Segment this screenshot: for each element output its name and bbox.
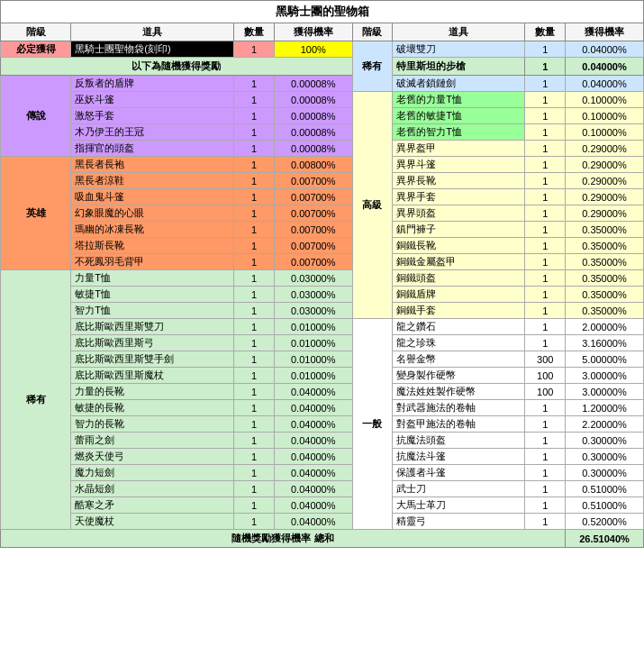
rare-item-2: 敏捷T恤 [71,287,234,303]
hero-item-2: 黑長者涼鞋 [71,173,234,189]
common-item-9: 抗魔法斗篷 [393,449,525,465]
common-rate-12: 0.51000% [565,497,643,514]
rare-rate-10: 0.04000% [274,416,352,433]
rare-left-tier: 稀有 [1,270,71,530]
common-item-4: 變身製作硬幣 [393,368,525,384]
high-rate-7: 0.29000% [565,189,643,205]
common-qty-8: 1 [525,433,566,449]
hero-row-3: 吸血鬼斗篷 1 0.00700% 異界手套 1 0.29000% [1,189,644,205]
legend-item-4: 木乃伊王的王冠 [71,124,234,141]
rare-item-4: 底比斯歐西里斯雙刀 [71,319,234,335]
rare-qty-10: 1 [234,416,275,433]
rare-right-qty-3: 1 [525,76,566,92]
rare-row-2: 敏捷T恤 1 0.03000% 銅鐵盾牌 1 0.35000% [1,287,644,303]
hero-row-6: 塔拉斯長靴 1 0.00700% 銅鐵長靴 1 0.35000% [1,238,644,254]
total-value: 26.51040% [565,530,643,548]
rare-row-9: 敏捷的長靴 1 0.04000% 對武器施法的卷軸 1 1.20000% [1,400,644,416]
common-item-2: 龍之珍珠 [393,335,525,351]
mandatory-row: 必定獲得 黑騎士團聖物袋(刻印) 1 100% 稀有 破壞雙刀 1 0.0400… [1,41,644,58]
rare-row-13: 魔力短劍 1 0.04000% 保護者斗篷 1 0.30000% [1,465,644,481]
common-qty-9: 1 [525,449,566,465]
rare-qty-14: 1 [234,481,275,497]
rare-rate-4: 0.01000% [274,319,352,335]
high-item-9: 鎮門褲子 [393,222,525,238]
rare-qty-16: 1 [234,514,275,530]
rare-rate-14: 0.04000% [274,481,352,497]
common-rate-1: 2.00000% [565,319,643,335]
common-item-10: 保護者斗篷 [393,465,525,481]
common-rate-7: 2.20000% [565,416,643,433]
common-rate-11: 0.51000% [565,481,643,497]
rare-row-14: 水晶短劍 1 0.04000% 武士刀 1 0.51000% [1,481,644,497]
common-item-7: 對盔甲施法的卷軸 [393,416,525,433]
hero-row-1: 英雄 黑長者長袍 1 0.00800% 異界斗篷 1 0.29000% [1,157,644,173]
common-qty-4: 100 [525,368,566,384]
rare-right-rate-1: 0.04000% [565,41,643,58]
rare-item-15: 酷寒之矛 [71,497,234,514]
rare-qty-6: 1 [234,351,275,368]
common-rate-10: 0.30000% [565,465,643,481]
hero-rate-1: 0.00800% [274,157,352,173]
hero-qty-1: 1 [234,157,275,173]
hero-item-4: 幻象眼魔的心眼 [71,205,234,222]
rare-right-qty-2: 1 [525,58,566,76]
hero-row-7: 不死鳳羽毛背甲 1 0.00700% 銅鐵金屬盔甲 1 0.35000% [1,254,644,270]
high-item-10: 銅鐵長靴 [393,238,525,254]
col-rate-right: 獲得機率 [565,23,643,41]
high-qty-1: 1 [525,92,566,108]
common-rate-2: 3.16000% [565,335,643,351]
rare-qty-13: 1 [234,465,275,481]
rare-item-16: 天使魔杖 [71,514,234,530]
sub-header-label: 以下為隨機獲得獎勵 [1,58,353,76]
common-rate-8: 0.30000% [565,433,643,449]
hero-row-5: 瑪幽的冰凍長靴 1 0.00700% 鎮門褲子 1 0.35000% [1,222,644,238]
high-qty-6: 1 [525,173,566,189]
rare-right-item-2: 特里斯坦的步槍 [393,58,525,76]
rare-rate-8: 0.04000% [274,384,352,400]
high-rate-12: 0.35000% [565,270,643,287]
common-qty-7: 1 [525,416,566,433]
common-rate-9: 0.30000% [565,449,643,465]
legend-rate-5: 0.00008% [274,141,352,157]
common-qty-5: 100 [525,384,566,400]
high-rate-4: 0.29000% [565,141,643,157]
hero-rate-7: 0.00700% [274,254,352,270]
rare-qty-4: 1 [234,319,275,335]
legend-rate-1: 0.00008% [274,76,352,92]
hero-rate-5: 0.00700% [274,222,352,238]
col-tier-left: 階級 [1,23,71,41]
hero-qty-7: 1 [234,254,275,270]
common-item-5: 魔法姓姓製作硬幣 [393,384,525,400]
rare-row-6: 底比斯歐西里斯雙手劍 1 0.01000% 名譽金幣 300 5.00000% [1,351,644,368]
high-rate-6: 0.29000% [565,173,643,189]
high-item-2: 老舊的敏捷T恤 [393,108,525,124]
rare-rate-15: 0.04000% [274,497,352,514]
rare-row-1: 稀有 力量T恤 1 0.03000% 銅鐵頭盔 1 0.35000% [1,270,644,287]
high-qty-12: 1 [525,270,566,287]
hero-item-3: 吸血鬼斗篷 [71,189,234,205]
col-qty-right: 數量 [525,23,566,41]
rare-item-14: 水晶短劍 [71,481,234,497]
legend-item-3: 激怒手套 [71,108,234,124]
common-qty-10: 1 [525,465,566,481]
rare-qty-3: 1 [234,303,275,319]
common-item-1: 龍之鑽石 [393,319,525,335]
legend-row-5: 指揮官的頭盔 1 0.00008% 異界盔甲 1 0.29000% [1,141,644,157]
legend-qty-2: 1 [234,92,275,108]
rare-right-rate-3: 0.04000% [565,76,643,92]
high-rate-1: 0.10000% [565,92,643,108]
rare-rate-11: 0.04000% [274,433,352,449]
hero-rate-6: 0.00700% [274,238,352,254]
legend-rate-2: 0.00008% [274,92,352,108]
rare-rate-6: 0.01000% [274,351,352,368]
legend-item-1: 反叛者的盾牌 [71,76,234,92]
common-qty-2: 1 [525,335,566,351]
legend-item-2: 巫妖斗篷 [71,92,234,108]
hero-qty-6: 1 [234,238,275,254]
common-item-3: 名譽金幣 [393,351,525,368]
rare-qty-7: 1 [234,368,275,384]
common-qty-6: 1 [525,400,566,416]
rare-row-4: 底比斯歐西里斯雙刀 1 0.01000% 一般 龍之鑽石 1 2.00000% [1,319,644,335]
rare-item-7: 底比斯歐西里斯魔杖 [71,368,234,384]
rare-item-6: 底比斯歐西里斯雙手劍 [71,351,234,368]
